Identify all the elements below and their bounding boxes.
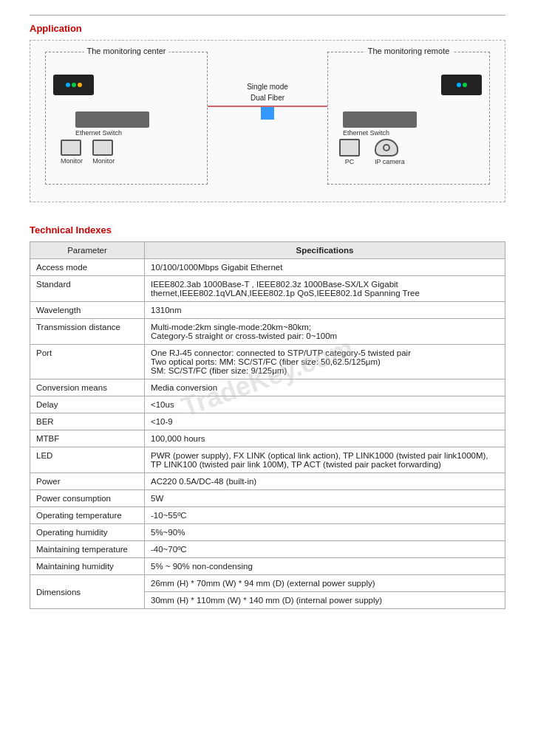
spec-cell: 5%~90% [145,524,505,541]
spec-cell: 26mm (H) * 70mm (W) * 94 mm (D) (externa… [145,575,505,592]
spec-cell: One RJ-45 connector: connected to STP/UT… [145,345,505,379]
switch-right [343,111,417,128]
fiber-line [208,106,327,107]
camera-lens [383,144,390,151]
ipcam-icon [375,139,398,157]
param-cell: Dimensions [30,575,145,609]
table-row: PortOne RJ-45 connector: connected to ST… [30,345,505,379]
spec-cell: 100,000 hours [145,430,505,447]
eth-label-right: Ethernet Switch [343,129,389,137]
param-cell: BER [30,413,145,430]
switch-left [75,111,149,128]
param-cell: Wavelength [30,302,145,319]
right-monitoring-box: The monitoring remote Ethernet Switch PC [327,52,490,185]
table-row: Wavelength1310nm [30,302,505,319]
fiber-dot [261,106,274,120]
eth-label-left: Ethernet Switch [75,129,122,137]
param-cell: Port [30,345,145,379]
ipcam-group: IP camera [375,139,405,165]
pc-ipcam-group: PC IP camera [339,139,405,165]
spec-cell: 10/100/1000Mbps Gigabit Ethernet [145,259,505,276]
monitor-label-1: Monitor [61,157,83,165]
monitor-icon-1 [61,140,81,156]
application-diagram: The monitoring center Ethernet Switch Mo… [30,40,505,202]
spec-cell: Multi-mode:2km single-mode:20km~80km;Cat… [145,319,505,345]
table-row: Operating humidity5%~90% [30,524,505,541]
param-cell: Access mode [30,259,145,276]
spec-cell: 30mm (H) * 110mm (W) * 140 mm (D) (inter… [145,592,505,609]
led-left3 [78,83,82,87]
param-cell: Power [30,473,145,490]
table-row: Maintaining humidity5% ~ 90% non-condens… [30,558,505,575]
param-cell: Standard [30,276,145,302]
param-cell: Operating temperature [30,507,145,524]
table-row: MTBF100,000 hours [30,430,505,447]
param-cell: Maintaining temperature [30,541,145,558]
device-left [53,75,94,95]
param-cell: LED [30,447,145,473]
pc-group: PC [339,139,360,165]
monitors-left: Monitor Monitor [61,140,115,165]
table-row: Access mode10/100/1000Mbps Gigabit Ether… [30,259,505,276]
application-title: Application [30,15,505,34]
led-left [66,83,70,87]
table-row: LEDPWR (power supply), FX LINK (optical … [30,447,505,473]
table-row: Operating temperature-10~55ºC [30,507,505,524]
fiber-center: Single mode Dual Fiber [208,81,327,123]
spec-cell: AC220 0.5A/DC-48 (built-in) [145,473,505,490]
technical-section: Technical Indexes Parameter Specificatio… [30,224,505,609]
table-row: PowerAC220 0.5A/DC-48 (built-in) [30,473,505,490]
table-row: StandardIEEE802.3ab 1000Base-T , IEEE802… [30,276,505,302]
monitor-1-group: Monitor [61,140,83,165]
spec-cell: <10-9 [145,413,505,430]
led-right2 [463,83,467,87]
spec-cell: IEEE802.3ab 1000Base-T , IEEE802.3z 1000… [145,276,505,302]
param-cell: Operating humidity [30,524,145,541]
table-row: Conversion meansMedia conversion [30,379,505,396]
left-monitoring-box: The monitoring center Ethernet Switch Mo… [45,52,208,185]
pc-label: PC [339,158,360,165]
diagram-inner: The monitoring center Ethernet Switch Mo… [30,41,505,202]
left-box-label: The monitoring center [84,47,169,55]
spec-cell: Media conversion [145,379,505,396]
param-cell: Delay [30,396,145,413]
col-header-spec: Specifications [145,242,505,259]
led-right1 [457,83,461,87]
param-cell: Power consumption [30,490,145,507]
right-box-label: The monitoring remote [365,47,453,55]
pc-icon [339,139,360,157]
monitor-2-group: Monitor [92,140,115,165]
led-left2 [72,83,76,87]
spec-cell: <10us [145,396,505,413]
application-section: Application The monitoring center Ethern… [30,15,505,202]
param-cell: Conversion means [30,379,145,396]
table-row: Maintaining temperature-40~70ºC [30,541,505,558]
tech-title: Technical Indexes [30,224,505,236]
spec-cell: 5% ~ 90% non-condensing [145,558,505,575]
specs-table: Parameter Specifications Access mode10/1… [30,241,505,609]
table-row: BER<10-9 [30,413,505,430]
monitor-label-2: Monitor [92,157,115,165]
param-cell: MTBF [30,430,145,447]
spec-cell: PWR (power supply), FX LINK (optical lin… [145,447,505,473]
table-row: Power consumption5W [30,490,505,507]
table-row: Dimensions26mm (H) * 70mm (W) * 94 mm (D… [30,575,505,592]
spec-cell: 1310nm [145,302,505,319]
param-cell: Transmission distance [30,319,145,345]
col-header-param: Parameter [30,242,145,259]
spec-cell: -10~55ºC [145,507,505,524]
table-row: Transmission distanceMulti-mode:2km sing… [30,319,505,345]
ipcam-label: IP camera [375,158,405,165]
param-cell: Maintaining humidity [30,558,145,575]
device-right [441,75,482,95]
spec-cell: -40~70ºC [145,541,505,558]
table-row: Delay<10us [30,396,505,413]
monitor-icon-2 [92,140,113,156]
spec-cell: 5W [145,490,505,507]
center-label: Single mode Dual Fiber [247,81,288,103]
